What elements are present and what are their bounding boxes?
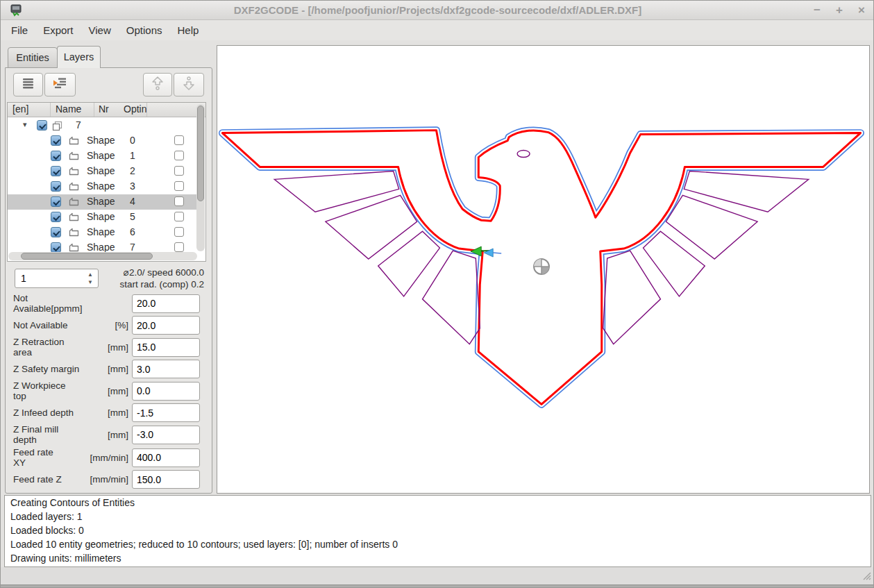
field-input[interactable] bbox=[132, 448, 200, 467]
field-input[interactable] bbox=[132, 382, 200, 401]
resize-grip[interactable] bbox=[862, 571, 871, 583]
feather-contour[interactable] bbox=[274, 171, 398, 212]
field-label: Feed rate XY bbox=[13, 447, 80, 468]
scrollbar-thumb[interactable] bbox=[21, 253, 153, 260]
shape-row[interactable]: Shape 5 bbox=[8, 210, 197, 225]
column-header[interactable]: Name bbox=[51, 103, 94, 117]
expand-tree-button[interactable] bbox=[44, 73, 76, 96]
log-output[interactable]: Creating Contours of EntitiesLoaded laye… bbox=[4, 495, 871, 567]
optimal-checkbox[interactable] bbox=[174, 196, 184, 206]
feather-contour[interactable] bbox=[684, 171, 808, 212]
tab-layers[interactable]: Layers bbox=[57, 46, 101, 68]
layer-row[interactable]: ▾ 7 bbox=[8, 118, 197, 133]
shape-enable-checkbox[interactable] bbox=[51, 151, 61, 161]
shape-enable-checkbox[interactable] bbox=[51, 227, 61, 237]
window-title: DXF2GCODE - [/home/poofjunior/Projects/d… bbox=[1, 1, 874, 20]
status-strip bbox=[1, 567, 874, 585]
optimal-checkbox[interactable] bbox=[174, 135, 184, 145]
layer-list-icon bbox=[22, 78, 35, 92]
optimal-checkbox[interactable] bbox=[174, 166, 184, 176]
shape-enable-checkbox[interactable] bbox=[51, 135, 61, 146]
optimal-checkbox[interactable] bbox=[174, 181, 184, 191]
shape-enable-checkbox[interactable] bbox=[51, 196, 61, 207]
menu-item[interactable]: Options bbox=[119, 22, 170, 39]
optimal-checkbox[interactable] bbox=[174, 242, 184, 252]
move-up-icon bbox=[151, 76, 165, 94]
close-button[interactable]: × bbox=[855, 3, 868, 17]
scrollbar-thumb[interactable] bbox=[197, 106, 204, 201]
field-input[interactable] bbox=[132, 294, 200, 313]
shape-name: Shape bbox=[87, 196, 115, 207]
form-row: Z Workpiece top [mm] bbox=[13, 380, 203, 401]
column-header[interactable]: Optin bbox=[120, 103, 147, 117]
field-input[interactable] bbox=[132, 470, 200, 489]
shape-row[interactable]: Shape 2 bbox=[8, 164, 197, 179]
shape-row[interactable]: Shape 4 bbox=[8, 194, 197, 210]
feather-contour[interactable] bbox=[423, 251, 480, 344]
layers-tree: [en]NameNrOptin ▾ 7 bbox=[7, 102, 206, 262]
shape-row[interactable]: Shape 0 bbox=[8, 133, 197, 149]
menu-item[interactable]: Export bbox=[35, 22, 81, 39]
minimize-button[interactable]: − bbox=[811, 3, 823, 17]
field-input[interactable] bbox=[132, 426, 200, 444]
tree-expand-icon bbox=[53, 78, 67, 92]
tab-entities[interactable]: Entities bbox=[8, 47, 58, 68]
drawing-canvas[interactable] bbox=[217, 46, 869, 493]
collapse-layers-button[interactable] bbox=[13, 73, 43, 96]
field-input[interactable] bbox=[132, 316, 200, 335]
shape-enable-checkbox[interactable] bbox=[51, 212, 61, 222]
shape-row[interactable]: Shape 6 bbox=[8, 225, 197, 240]
column-header[interactable]: [en] bbox=[8, 103, 51, 117]
log-line: Loaded 10 entity geometries; reduced to … bbox=[10, 537, 865, 551]
shape-nr: 0 bbox=[130, 135, 135, 146]
tree-vertical-scrollbar[interactable] bbox=[196, 104, 205, 251]
log-line: Loaded blocks: 0 bbox=[10, 523, 865, 537]
shape-nr: 4 bbox=[130, 196, 135, 207]
form-row: Feed rate XY [mm/min] bbox=[13, 447, 203, 468]
field-input[interactable] bbox=[132, 338, 200, 357]
field-label: Z Infeed depth bbox=[13, 408, 80, 418]
shape-row[interactable]: Shape 1 bbox=[8, 149, 197, 164]
form-row: Z Retraction area [mm] bbox=[13, 337, 203, 358]
expander-icon[interactable]: ▾ bbox=[23, 120, 27, 129]
form-row: Feed rate Z [mm/min] bbox=[13, 470, 203, 489]
maximize-button[interactable]: + bbox=[833, 3, 846, 17]
shape-row[interactable]: Shape 7 bbox=[8, 240, 197, 253]
column-header[interactable]: Nr bbox=[94, 103, 120, 117]
tree-horizontal-scrollbar[interactable] bbox=[8, 252, 197, 260]
menu-item[interactable]: View bbox=[81, 22, 119, 39]
move-down-button[interactable] bbox=[174, 73, 204, 96]
shape-nr: 3 bbox=[130, 180, 135, 192]
shape-name: Shape bbox=[87, 226, 115, 237]
move-up-button[interactable] bbox=[143, 73, 172, 96]
field-input[interactable] bbox=[132, 403, 200, 422]
shape-enable-checkbox[interactable] bbox=[51, 181, 61, 192]
shape-enable-checkbox[interactable] bbox=[51, 166, 61, 176]
optimal-checkbox[interactable] bbox=[174, 227, 184, 237]
tool-number-spinner[interactable]: ▲▼ bbox=[15, 269, 99, 288]
field-input[interactable] bbox=[132, 360, 200, 378]
shape-icon bbox=[69, 243, 79, 253]
menu-bar: FileExportViewOptionsHelp bbox=[1, 20, 874, 40]
layer-name: 7 bbox=[76, 119, 81, 131]
title-bar[interactable]: DXF2GCODE - [/home/poofjunior/Projects/d… bbox=[1, 1, 874, 20]
spinner-arrows[interactable]: ▲▼ bbox=[85, 271, 95, 287]
layer-enable-checkbox[interactable] bbox=[37, 120, 47, 131]
tool-number-input[interactable] bbox=[15, 269, 83, 287]
optimal-checkbox[interactable] bbox=[174, 151, 184, 160]
menu-item[interactable]: Help bbox=[169, 22, 206, 39]
menu-item[interactable]: File bbox=[3, 22, 35, 39]
shape-icon bbox=[69, 212, 79, 224]
field-label: Feed rate Z bbox=[13, 474, 80, 485]
tree-header: [en]NameNrOptin bbox=[8, 103, 205, 117]
field-unit: [mm] bbox=[80, 408, 131, 418]
field-unit: [mm] bbox=[80, 386, 131, 396]
shape-nr: 6 bbox=[130, 226, 135, 237]
shape-icon bbox=[69, 167, 79, 178]
shape-row[interactable]: Shape 3 bbox=[8, 179, 197, 194]
shape-nr: 7 bbox=[130, 242, 135, 253]
shape-enable-checkbox[interactable] bbox=[51, 242, 61, 253]
shape-name: Shape bbox=[87, 180, 115, 192]
optimal-checkbox[interactable] bbox=[174, 212, 184, 221]
feather-contour[interactable] bbox=[603, 251, 661, 344]
